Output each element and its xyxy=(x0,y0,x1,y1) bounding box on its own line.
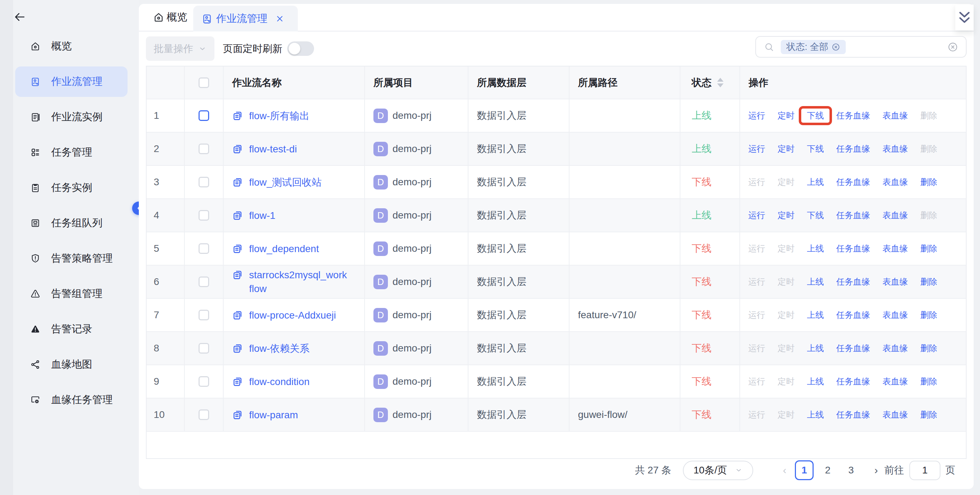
table-lineage-action[interactable]: 表血缘 xyxy=(883,343,908,354)
table-lineage-action[interactable]: 表血缘 xyxy=(883,409,908,420)
search-input[interactable]: 状态: 全部 xyxy=(755,36,967,57)
task-lineage-action[interactable]: 任务血缘 xyxy=(836,143,870,155)
task-lineage-action[interactable]: 任务血缘 xyxy=(836,409,870,420)
remove-tag-icon[interactable] xyxy=(832,43,840,51)
table-lineage-action[interactable]: 表血缘 xyxy=(883,143,908,155)
table-lineage-action[interactable]: 表血缘 xyxy=(883,276,908,287)
offline-action[interactable]: 下线 xyxy=(807,210,824,221)
sidebar-item-clipboard[interactable]: 任务实例 xyxy=(15,172,127,203)
delete-action[interactable]: 删除 xyxy=(920,343,937,354)
workflow-name-link[interactable]: starrocks2mysql_workflow xyxy=(249,268,347,295)
row-checkbox[interactable] xyxy=(199,110,209,121)
delete-action[interactable]: 删除 xyxy=(920,176,937,188)
prev-page-button[interactable]: ‹ xyxy=(780,464,790,476)
table-lineage-action[interactable]: 表血缘 xyxy=(883,376,908,387)
schedule-action[interactable]: 定时 xyxy=(778,143,794,155)
batch-actions-button[interactable]: 批量操作 xyxy=(146,37,215,61)
online-action[interactable]: 上线 xyxy=(807,409,824,420)
workflow-name-link[interactable]: flow-1 xyxy=(249,209,275,222)
sidebar-item-doc-list[interactable]: 作业流实例 xyxy=(15,102,127,132)
sidebar-item-queue[interactable]: 任务组队列 xyxy=(15,208,127,238)
goto-page-input[interactable]: 1 xyxy=(909,461,940,480)
delete-action[interactable]: 删除 xyxy=(920,309,937,321)
sidebar-item-shield-alert[interactable]: 告警策略管理 xyxy=(15,243,127,274)
schedule-action[interactable]: 定时 xyxy=(778,110,794,121)
table-lineage-action[interactable]: 表血缘 xyxy=(883,243,908,254)
page-1-button[interactable]: 1 xyxy=(795,460,814,480)
online-action[interactable]: 上线 xyxy=(807,243,824,254)
task-lineage-action[interactable]: 任务血缘 xyxy=(836,176,870,188)
workflow-name-link[interactable]: flow-test-di xyxy=(249,142,297,156)
search-clear-icon[interactable] xyxy=(948,42,958,52)
status-filter-tag[interactable]: 状态: 全部 xyxy=(781,40,846,54)
task-lineage-action[interactable]: 任务血缘 xyxy=(836,309,870,321)
tab-overview[interactable]: 概览 xyxy=(153,4,187,31)
row-checkbox[interactable] xyxy=(199,210,209,220)
expand-tabs-button[interactable] xyxy=(955,5,974,30)
row-checkbox[interactable] xyxy=(199,177,209,187)
offline-action[interactable]: 下线 xyxy=(807,143,824,155)
online-action[interactable]: 上线 xyxy=(807,376,824,387)
select-all-checkbox[interactable] xyxy=(199,77,209,88)
sidebar-item-label: 任务实例 xyxy=(51,180,92,195)
online-action[interactable]: 上线 xyxy=(807,176,824,188)
page-size-select[interactable]: 10条/页 xyxy=(683,461,753,480)
workflow-name-link[interactable]: flow-依赖关系 xyxy=(249,342,309,355)
project-cell: Ddemo-prj xyxy=(365,199,468,232)
row-checkbox[interactable] xyxy=(199,343,209,354)
row-checkbox[interactable] xyxy=(199,376,209,387)
task-lineage-action[interactable]: 任务血缘 xyxy=(836,210,870,221)
table-lineage-action[interactable]: 表血缘 xyxy=(883,110,908,121)
row-checkbox[interactable] xyxy=(199,409,209,420)
row-checkbox[interactable] xyxy=(199,310,209,320)
sidebar-item-lineage-gear[interactable]: 血缘任务管理 xyxy=(15,385,127,415)
task-lineage-action[interactable]: 任务血缘 xyxy=(836,276,870,287)
page-2-button[interactable]: 2 xyxy=(819,465,837,476)
delete-action[interactable]: 删除 xyxy=(920,243,937,254)
sort-icons[interactable] xyxy=(717,78,724,87)
workflow-name-link[interactable]: flow-condition xyxy=(249,375,309,388)
sidebar-item-triangle-alert[interactable]: 告警组管理 xyxy=(15,279,127,309)
workflow-name-link[interactable]: flow_测试回收站 xyxy=(249,176,321,189)
task-lineage-action[interactable]: 任务血缘 xyxy=(836,343,870,354)
task-lineage-action[interactable]: 任务血缘 xyxy=(836,110,870,121)
workflow-name-cell: flow-1 xyxy=(224,199,365,232)
page-3-button[interactable]: 3 xyxy=(842,465,860,476)
project-avatar: D xyxy=(374,142,388,156)
table-lineage-action[interactable]: 表血缘 xyxy=(883,210,908,221)
sidebar-item-share-nodes[interactable]: 血缘地图 xyxy=(15,349,127,380)
tab-workflow-management[interactable]: 作业流管理 xyxy=(193,6,298,32)
table-lineage-action[interactable]: 表血缘 xyxy=(883,176,908,188)
row-checkbox[interactable] xyxy=(199,144,209,154)
auto-refresh-toggle[interactable] xyxy=(287,42,314,56)
sidebar-item-triangle-alert-filled[interactable]: 告警记录 xyxy=(15,314,127,344)
delete-action[interactable]: 删除 xyxy=(920,409,937,420)
online-action[interactable]: 上线 xyxy=(807,276,824,287)
table-lineage-action[interactable]: 表血缘 xyxy=(883,309,908,321)
close-tab-icon[interactable] xyxy=(275,14,285,23)
workflow-name-link[interactable]: flow-proce-Addxueji xyxy=(249,308,336,322)
header-status[interactable]: 状态 xyxy=(681,67,740,99)
run-action[interactable]: 运行 xyxy=(748,110,765,121)
row-checkbox[interactable] xyxy=(199,276,209,287)
back-button[interactable] xyxy=(13,10,27,24)
row-checkbox[interactable] xyxy=(199,243,209,254)
run-action[interactable]: 运行 xyxy=(748,210,765,221)
schedule-action[interactable]: 定时 xyxy=(778,210,794,221)
next-page-button[interactable]: › xyxy=(871,464,881,476)
task-lineage-action[interactable]: 任务血缘 xyxy=(836,243,870,254)
sidebar-item-task-list[interactable]: 任务管理 xyxy=(15,137,127,168)
run-action[interactable]: 运行 xyxy=(748,143,765,155)
online-action[interactable]: 上线 xyxy=(807,343,824,354)
delete-action[interactable]: 删除 xyxy=(920,276,937,287)
sidebar-item-home[interactable]: 概览 xyxy=(15,31,127,62)
sidebar-item-workflow[interactable]: 作业流管理 xyxy=(15,67,127,97)
workflow-name-link[interactable]: flow-param xyxy=(249,408,298,422)
offline-action[interactable]: 下线 xyxy=(807,110,824,121)
online-action[interactable]: 上线 xyxy=(807,309,824,321)
project-avatar: D xyxy=(374,408,388,422)
workflow-name-link[interactable]: flow_dependent xyxy=(249,242,319,255)
workflow-name-link[interactable]: flow-所有输出 xyxy=(249,109,309,123)
delete-action[interactable]: 删除 xyxy=(920,376,937,387)
task-lineage-action[interactable]: 任务血缘 xyxy=(836,376,870,387)
